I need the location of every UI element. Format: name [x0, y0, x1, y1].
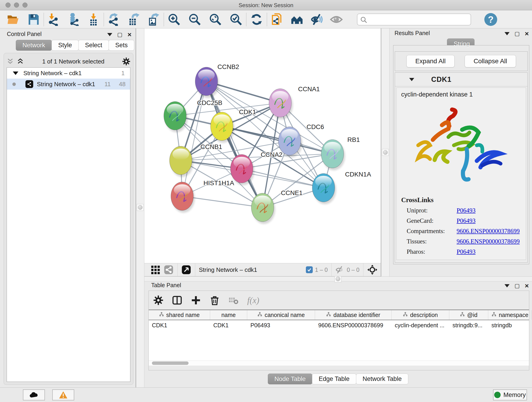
- table-hscrollbar[interactable]: [149, 361, 529, 366]
- import-network-database-icon[interactable]: [67, 13, 81, 26]
- control-panel-title: Control Panel: [7, 31, 41, 37]
- tab-select[interactable]: Select: [78, 40, 109, 51]
- tab-edge-table[interactable]: Edge Table: [312, 374, 356, 384]
- search-icon: [360, 16, 367, 24]
- add-column-icon[interactable]: [191, 295, 201, 305]
- import-network-file-icon[interactable]: [47, 13, 61, 26]
- birdseye-crosshair-icon[interactable]: [367, 264, 378, 275]
- collection-label: String Network – cdk1: [23, 70, 82, 77]
- close-panel-icon[interactable]: ×: [525, 30, 529, 37]
- close-panel-icon[interactable]: ×: [525, 282, 529, 289]
- network-options-gear-icon[interactable]: [122, 57, 130, 65]
- close-panel-icon[interactable]: ×: [127, 31, 132, 38]
- zoom-in-icon[interactable]: [167, 13, 181, 26]
- collapse-all-button[interactable]: Collapse All: [465, 55, 516, 67]
- export-network-icon[interactable]: [107, 13, 121, 26]
- gene-name: CDK1: [431, 75, 451, 84]
- column-header-name[interactable]: name: [210, 310, 247, 320]
- memory-button[interactable]: Memory: [493, 389, 527, 400]
- help-icon[interactable]: ?: [484, 13, 497, 26]
- selected-checkbox-icon[interactable]: [306, 266, 313, 273]
- table-row[interactable]: CDK1CDK1P064939606.ENSP00000378699cyclin…: [149, 320, 529, 330]
- network-canvas[interactable]: CCNB2CCNA1CDC25BCDK1CDC6RB1CCNB1CCNA2CDK…: [144, 28, 381, 263]
- zoom-out-icon[interactable]: [188, 13, 202, 26]
- warning-icon: [59, 391, 68, 399]
- string-network-graph[interactable]: CCNB2CCNA1CDC25BCDK1CDC6RB1CCNB1CCNA2CDK…: [144, 28, 381, 263]
- refresh-icon[interactable]: [250, 13, 264, 26]
- column-header-namespace[interactable]: namespace: [488, 310, 532, 320]
- network-badge-icon[interactable]: [164, 265, 174, 275]
- hide-panels-icon[interactable]: [310, 13, 323, 26]
- crosslink-link[interactable]: 9606.ENSP00000378699: [457, 228, 520, 235]
- collapse-all-icon[interactable]: [7, 58, 14, 65]
- table-cell[interactable]: P06493: [247, 320, 315, 330]
- zoom-fit-icon[interactable]: [209, 13, 222, 26]
- column-header-@id[interactable]: @id: [449, 310, 488, 320]
- column-type-icon: [326, 312, 331, 318]
- open-session-icon[interactable]: [6, 13, 20, 26]
- network-row[interactable]: String Network – cdk1 11 48: [7, 79, 130, 89]
- cloud-status-button[interactable]: [23, 389, 45, 400]
- table-cell[interactable]: CDK1: [210, 320, 247, 330]
- search-input[interactable]: [369, 14, 468, 25]
- crosslink-label: GeneCard:: [407, 217, 457, 224]
- table-options-gear-icon[interactable]: [153, 295, 163, 305]
- warning-status-button[interactable]: [52, 389, 74, 400]
- zoom-selected-icon[interactable]: [229, 13, 243, 26]
- edge-count: 48: [119, 81, 126, 88]
- column-type-icon: [257, 312, 262, 318]
- tab-node-table[interactable]: Node Table: [268, 374, 312, 384]
- panel-menu-icon[interactable]: [505, 32, 510, 35]
- tab-sets[interactable]: Sets: [109, 40, 134, 51]
- table-cell[interactable]: cyclin-dependent ...: [392, 320, 449, 330]
- show-columns-icon[interactable]: [172, 295, 182, 305]
- panel-menu-icon[interactable]: [505, 284, 510, 287]
- float-panel-icon[interactable]: ▢: [515, 30, 520, 37]
- column-header-canonical-name[interactable]: canonical name: [247, 310, 315, 320]
- column-type-icon: [403, 312, 408, 318]
- delete-column-icon[interactable]: [210, 295, 220, 305]
- table-cell[interactable]: stringdb: [488, 320, 532, 330]
- crosslink-link[interactable]: P06493: [457, 217, 476, 224]
- tab-style[interactable]: Style: [51, 40, 79, 51]
- export-table-icon[interactable]: [127, 13, 141, 26]
- column-header-database-identifier[interactable]: database identifier: [315, 310, 392, 320]
- export-image-icon[interactable]: [147, 13, 160, 26]
- tab-network-table[interactable]: Network Table: [356, 374, 409, 384]
- crosslink-label: Tissues:: [407, 238, 457, 245]
- home-network-icon[interactable]: [290, 13, 304, 26]
- crosslink-link[interactable]: P06493: [457, 248, 476, 255]
- tree-expand-icon[interactable]: [13, 71, 18, 75]
- grid-view-icon[interactable]: [150, 265, 160, 275]
- column-label: @id: [467, 312, 477, 318]
- crosslinks-list: Uniprot:P06493GeneCard:P06493Compartment…: [401, 207, 521, 255]
- table-cell[interactable]: 9606.ENSP00000378699: [315, 320, 392, 330]
- tab-network[interactable]: Network: [16, 40, 52, 51]
- horizontal-splitter[interactable]: [144, 276, 532, 281]
- float-panel-icon[interactable]: ▢: [515, 282, 520, 289]
- right-splitter[interactable]: [381, 28, 389, 276]
- left-splitter[interactable]: [136, 28, 144, 387]
- svg-text:CDK1: CDK1: [239, 108, 256, 115]
- float-panel-icon[interactable]: ▢: [117, 31, 123, 38]
- panel-menu-icon[interactable]: [107, 33, 112, 36]
- save-session-icon[interactable]: [27, 13, 40, 26]
- crosslink-link[interactable]: 9606.ENSP00000378699: [457, 238, 520, 245]
- collapse-entry-icon[interactable]: [409, 78, 414, 81]
- column-header-description[interactable]: description: [392, 310, 449, 320]
- column-type-icon: [460, 312, 465, 318]
- show-panels-icon[interactable]: [329, 13, 343, 26]
- main-toolbar: ?: [0, 11, 532, 28]
- table-cell[interactable]: stringdb:9...: [449, 320, 488, 330]
- network-collection-row[interactable]: String Network – cdk1 1: [7, 68, 130, 79]
- share-file-icon[interactable]: [270, 13, 284, 26]
- expand-all-button[interactable]: Expand All: [406, 55, 455, 67]
- expand-all-icon[interactable]: [17, 58, 25, 65]
- import-table-icon[interactable]: [87, 13, 100, 26]
- svg-text:CCNE1: CCNE1: [281, 189, 303, 196]
- control-panel-tabs: NetworkStyleSelectSets: [16, 40, 136, 51]
- open-in-window-icon[interactable]: [181, 265, 191, 275]
- table-cell[interactable]: CDK1: [149, 320, 210, 330]
- column-header-shared-name[interactable]: shared name: [149, 310, 210, 320]
- crosslink-link[interactable]: P06493: [457, 207, 476, 214]
